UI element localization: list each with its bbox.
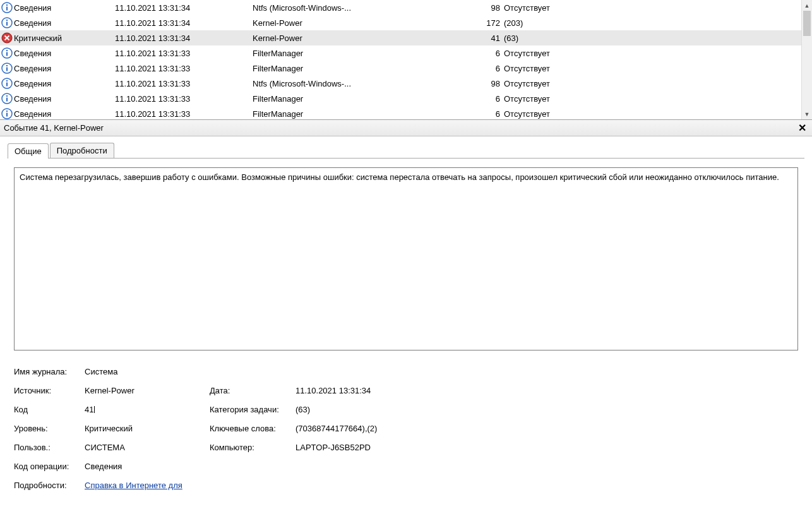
event-row[interactable]: Сведения11.10.2021 13:31:33FilterManager…: [0, 106, 801, 120]
info-icon: [1, 78, 13, 89]
value-computer: LAPTOP-J6SB52PD: [296, 443, 798, 452]
cell-event-id: 6: [480, 49, 504, 58]
cell-date: 11.10.2021 13:31:33: [115, 64, 253, 73]
cell-level: Сведения: [14, 3, 115, 13]
info-icon: [1, 93, 13, 104]
cell-level: Сведения: [14, 64, 115, 73]
cell-source: FilterManager: [253, 94, 480, 104]
details-pane-title: Событие 41, Kernel-Power: [4, 123, 796, 133]
cell-event-id: 6: [480, 64, 504, 73]
info-icon: [1, 63, 13, 74]
info-icon: [1, 47, 13, 59]
label-user: Пользов.:: [14, 443, 85, 452]
event-row[interactable]: Критический11.10.2021 13:31:34Kernel-Pow…: [0, 30, 801, 45]
cell-task: Отсутствует: [504, 64, 801, 73]
details-tabs: Общие Подробности: [0, 136, 812, 158]
cell-task: Отсутствует: [504, 109, 801, 119]
scroll-thumb[interactable]: [803, 11, 811, 36]
tab-general[interactable]: Общие: [8, 143, 49, 159]
cell-event-id: 6: [480, 109, 504, 119]
event-row[interactable]: Сведения11.10.2021 13:31:33FilterManager…: [0, 45, 801, 61]
event-row[interactable]: Сведения11.10.2021 13:31:33FilterManager…: [0, 91, 801, 106]
cell-task: Отсутствует: [504, 94, 801, 104]
label-log-name: Имя журнала:: [14, 367, 85, 376]
cell-event-id: 41: [480, 33, 504, 43]
cell-level: Сведения: [14, 49, 115, 58]
value-event-id: 41: [85, 405, 93, 414]
value-level: Критический: [85, 424, 210, 433]
cell-date: 11.10.2021 13:31:33: [115, 109, 253, 119]
value-date: 11.10.2021 13:31:34: [296, 386, 798, 395]
event-description[interactable]: Система перезагрузилась, завершив работу…: [14, 167, 798, 350]
label-opcode: Код операции:: [14, 462, 85, 471]
info-icon: [1, 17, 13, 28]
label-date: Дата:: [210, 386, 296, 395]
label-event-id: Код: [14, 405, 85, 414]
cell-task: (63): [504, 33, 801, 43]
label-computer: Компьютер:: [210, 443, 296, 452]
cell-level: Сведения: [14, 18, 115, 28]
info-icon: [1, 2, 13, 13]
value-keywords: (70368744177664),(2): [296, 424, 798, 433]
event-row[interactable]: Сведения11.10.2021 13:31:34Kernel-Power1…: [0, 15, 801, 30]
scroll-up-button[interactable]: ▲: [802, 0, 812, 11]
event-list-scrollbar[interactable]: ▲ ▼: [801, 0, 812, 119]
cell-date: 11.10.2021 13:31:33: [115, 94, 253, 104]
cell-event-id: 98: [480, 79, 504, 88]
cell-date: 11.10.2021 13:31:33: [115, 49, 253, 58]
cell-task: Отсутствует: [504, 49, 801, 58]
details-pane-header: Событие 41, Kernel-Power ✕: [0, 120, 812, 136]
label-task-category: Категория задачи:: [210, 405, 296, 414]
cell-source: FilterManager: [253, 49, 480, 58]
cell-date: 11.10.2021 13:31:34: [115, 33, 253, 43]
value-source: Kernel-Power: [85, 386, 210, 395]
cell-source: Kernel-Power: [253, 18, 480, 28]
label-source: Источник:: [14, 386, 85, 395]
value-log-name: Система: [85, 367, 210, 376]
tab-details[interactable]: Подробности: [50, 143, 114, 158]
event-properties: Имя журнала: Система Источник: Kernel-Po…: [14, 362, 798, 494]
event-row[interactable]: Сведения11.10.2021 13:31:34Ntfs (Microso…: [0, 0, 801, 15]
cell-task: (203): [504, 18, 801, 28]
cell-event-id: 98: [480, 3, 504, 13]
label-level: Уровень:: [14, 424, 85, 433]
scroll-down-button[interactable]: ▼: [802, 109, 812, 119]
critical-icon: [1, 32, 13, 44]
cell-event-id: 172: [480, 18, 504, 28]
more-info-link[interactable]: Справка в Интернете для: [85, 481, 182, 490]
cell-event-id: 6: [480, 94, 504, 104]
value-user: СИСТЕМА: [85, 443, 210, 452]
cell-date: 11.10.2021 13:31:33: [115, 79, 253, 88]
event-row[interactable]: Сведения11.10.2021 13:31:33FilterManager…: [0, 61, 801, 76]
event-row[interactable]: Сведения11.10.2021 13:31:33Ntfs (Microso…: [0, 76, 801, 91]
cell-level: Критический: [14, 33, 115, 43]
cell-source: Ntfs (Microsoft-Windows-...: [253, 79, 480, 88]
cell-source: FilterManager: [253, 64, 480, 73]
cell-level: Сведения: [14, 109, 115, 119]
cell-date: 11.10.2021 13:31:34: [115, 3, 253, 13]
cell-date: 11.10.2021 13:31:34: [115, 18, 253, 28]
cell-source: Ntfs (Microsoft-Windows-...: [253, 3, 480, 13]
value-task-category: (63): [296, 405, 798, 414]
info-icon: [1, 108, 13, 119]
close-icon[interactable]: ✕: [796, 122, 808, 135]
cell-source: FilterManager: [253, 109, 480, 119]
label-more-info: Подробности:: [14, 481, 85, 490]
cell-task: Отсутствует: [504, 79, 801, 88]
value-opcode: Сведения: [85, 462, 210, 471]
event-list[interactable]: Сведения11.10.2021 13:31:34Ntfs (Microso…: [0, 0, 812, 120]
cell-task: Отсутствует: [504, 3, 801, 13]
cell-source: Kernel-Power: [253, 33, 480, 43]
label-keywords: Ключевые слова:: [210, 424, 296, 433]
cell-level: Сведения: [14, 79, 115, 88]
cell-level: Сведения: [14, 94, 115, 104]
